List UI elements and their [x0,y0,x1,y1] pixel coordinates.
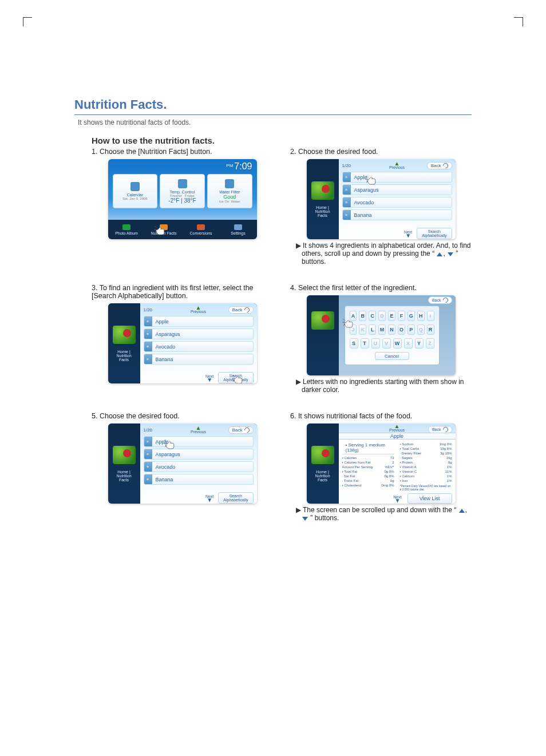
letter-z: Z [426,338,434,349]
sidebar: Home | Nutrition Facts [307,423,339,504]
next-button[interactable]: Next▼ [205,374,213,382]
intro-text: It shows the nutritional facts of foods. [78,118,472,126]
list-item[interactable]: »Banana [342,209,452,220]
list-item[interactable]: »Asparagus [144,449,254,460]
letter-w[interactable]: W [393,338,402,349]
food-list-screen: Home | Nutrition Facts 1/20 ▲Previous Ba… [108,303,257,383]
nutrition-row: • Calories72 [342,456,394,460]
letter-y[interactable]: Y [415,338,424,349]
undo-icon [442,162,449,169]
search-alpha-button[interactable]: Search Alphabetically [417,228,452,239]
step-caption: 6. It shows nutritional facts of the foo… [290,412,472,420]
clock: PM7:09 [226,161,252,172]
list-item[interactable]: »Asparagus [144,328,254,339]
next-button[interactable]: Next▼ [404,230,412,238]
camera-icon [122,224,130,230]
list-item[interactable]: »Apple [144,316,254,327]
down-arrow-icon [302,517,308,521]
letter-f[interactable]: F [398,311,405,321]
back-button[interactable]: Back [428,296,452,304]
next-button[interactable]: Next▼ [393,495,401,502]
temp-card[interactable]: Temp. Control Freezer Fridge -2°F | 38°F [160,174,205,208]
cancel-button[interactable]: Cancel [375,352,409,360]
letter-e[interactable]: E [388,311,395,321]
nutrition-row: • Protein0g [400,460,452,465]
letter-s[interactable]: S [350,338,358,349]
list-item[interactable]: »Apple [144,436,254,447]
letter-d: D [378,311,386,321]
undo-icon [442,296,449,304]
step-note: ▶The screen can be scrolled up and down … [296,506,472,522]
nav-conversions[interactable]: Conversions [183,220,220,239]
food-basket-icon [311,181,334,200]
nutrition-table: • Serving 1 medium (138g) • Calories72• … [339,440,456,493]
step-caption: 1. Choose the [Nutrition Facts] button. [92,148,273,156]
undo-icon [442,426,449,433]
letter-h[interactable]: H [417,311,425,321]
nutrition-row: • Total Carbs19g 6% [400,446,452,451]
letter-b[interactable]: B [359,311,366,321]
nutrition-row: • Sodium1mg 0% [400,442,452,446]
list-item[interactable]: »Banana [144,354,254,365]
step-note: ▶It shows 4 ingredients in alphabetical … [296,242,472,266]
list-item[interactable]: »Avocado [144,461,254,472]
letter-r[interactable]: R [427,324,434,335]
search-alpha-button[interactable]: Search Alphabetically [218,492,253,504]
letter-a[interactable]: A [350,311,357,321]
nav-nutrition-facts[interactable]: Nutrition Facts [145,220,183,239]
list-item[interactable]: »Avocado [342,197,452,208]
nutrition-row: · Trans Fat0g [342,478,394,483]
previous-button[interactable]: ▲Previous [389,162,405,169]
letter-o[interactable]: O [398,324,405,335]
back-button[interactable]: Back [228,426,254,434]
basket-icon [160,224,168,230]
search-alpha-button[interactable]: Search Alphabetically [218,372,253,383]
letter-x: X [404,338,413,349]
nav-settings[interactable]: Settings [220,220,257,239]
alpha-dialog: ABCDEFGHIJKLMNOPQRSTUVWXYZCancel [345,306,440,365]
food-list-screen: Home | Nutrition Facts 1/20 ▲Previous Ba… [307,159,456,239]
letter-n[interactable]: N [388,324,395,335]
view-list-button[interactable]: View List [407,493,452,504]
drop-icon [225,179,234,188]
calendar-card[interactable]: CalendarSat, Jan 5, 2008 [113,174,158,208]
back-button[interactable]: Back [228,306,254,314]
down-arrow-icon [448,252,453,256]
step-caption: 5. Choose the desired food. [92,412,273,420]
letter-g[interactable]: G [407,311,415,321]
back-button[interactable]: Back [428,426,452,433]
filter-card[interactable]: Water FilterGood Ice On Water [207,174,252,208]
nutrition-row: • Total Fat0g 0% [342,469,394,474]
list-item[interactable]: »Banana [144,474,254,485]
next-button[interactable]: Next▼ [205,494,213,502]
food-basket-icon [311,446,334,464]
list-item[interactable]: »Asparagus [342,184,452,195]
letter-l[interactable]: L [369,324,376,335]
letter-m[interactable]: M [378,324,386,335]
list-item[interactable]: »Apple [342,172,452,183]
sidebar: Home | Nutrition Facts [108,303,140,383]
back-button[interactable]: Back [427,162,452,169]
nutrition-row: • Cholesterol0mg 0% [342,483,394,488]
letter-t[interactable]: T [361,338,369,349]
nutrition-row: • Vitamin C11% [400,469,452,474]
sidebar: Home | Nutrition Facts [307,159,339,239]
up-arrow-icon [437,252,442,256]
previous-button[interactable]: ▲Previous [191,306,206,314]
nav-photo-album[interactable]: Photo Album [108,220,145,239]
cup-icon [197,224,205,230]
nutrition-row: • Iron1% [400,478,452,483]
food-list-screen: Home | Nutrition Facts 1/20 ▲Previous Ba… [108,423,257,504]
temp-icon [178,179,187,188]
nutrition-detail-screen: Home | Nutrition Facts ▲Previous Back Ap… [307,423,456,504]
counter: 1/20 [144,428,153,433]
letter-p[interactable]: P [407,324,415,335]
list-item[interactable]: »Avocado [144,341,254,352]
food-basket-icon [311,311,334,330]
letter-c[interactable]: C [369,311,376,321]
previous-button[interactable]: ▲Previous [191,426,206,434]
previous-button[interactable]: ▲Previous [389,425,405,432]
step-caption: 4. Select the first letter of the ingred… [290,284,472,292]
sidebar: Home | Nutrition Facts [108,423,140,504]
home-screen: PM7:09 CalendarSat, Jan 5, 2008 Temp. Co… [108,159,257,239]
